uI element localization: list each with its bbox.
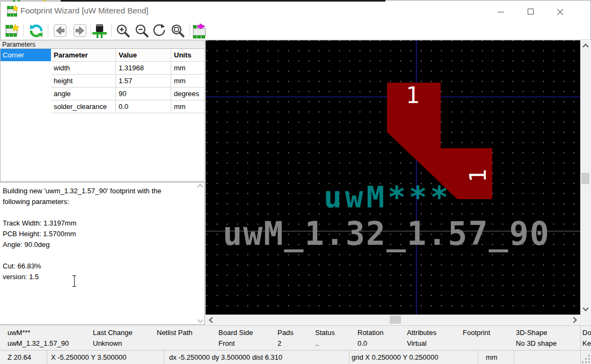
- footprint-status-bar: uwM***uwM_1.32_1.57_90 Last ChangeUnknow…: [0, 325, 591, 350]
- pad-number-2: 1: [467, 169, 490, 182]
- message-line: PCB Height: 1.5700mm: [3, 229, 76, 239]
- scroll-up-icon[interactable]: [198, 185, 202, 189]
- new-footprint-wizard-icon: [5, 24, 19, 38]
- zoom-out-button[interactable]: [134, 23, 150, 39]
- footprint-wizard-window: Footprint Wizard [uW Mitered Bend]: [0, 0, 591, 364]
- zoom-level: Z 20.64: [8, 353, 31, 361]
- parameters-caption: Parameters: [0, 40, 205, 49]
- previous-parameters-page-button[interactable]: [52, 23, 68, 39]
- scroll-right-icon[interactable]: [568, 315, 579, 325]
- scroll-left-icon[interactable]: [207, 315, 217, 325]
- scrollbar-corner: [580, 315, 591, 325]
- param-value[interactable]: 0.0: [116, 100, 171, 113]
- minimize-icon: [498, 12, 504, 12]
- redraw-view-button[interactable]: [151, 23, 167, 39]
- zoom-fit-button[interactable]: [170, 23, 186, 39]
- table-row: width 1.31968 mm: [51, 62, 204, 75]
- table-row: angle 90 degrees: [51, 88, 204, 100]
- pad-settings-button[interactable]: [91, 23, 107, 39]
- regenerate-footprint-button[interactable]: [28, 23, 44, 39]
- maximize-icon: [528, 9, 534, 14]
- param-value[interactable]: 90: [116, 88, 171, 100]
- param-units: mm: [171, 62, 204, 75]
- relative-position: dx -5.250000 dy 3.500000 dist 6.310: [169, 353, 282, 361]
- zoom-in-icon: [115, 23, 130, 38]
- message-line: Track Width: 1.3197mm: [3, 218, 77, 229]
- footprint-reference: uwM***: [324, 182, 451, 212]
- param-units: mm: [171, 100, 204, 113]
- next-parameters-page-button[interactable]: [72, 23, 88, 39]
- header-parameter: Parameter: [51, 49, 116, 62]
- param-name: height: [51, 75, 116, 88]
- text-cursor: [71, 275, 77, 287]
- mitered-bend-pad: [206, 40, 580, 315]
- window-title: Footprint Wizard [uW Mitered Bend]: [20, 6, 148, 15]
- canvas-horizontal-scrollbar[interactable]: [206, 315, 580, 325]
- message-line: following parameters:: [3, 196, 69, 207]
- header-units: Units: [171, 49, 204, 62]
- scroll-up-icon[interactable]: [580, 41, 591, 52]
- param-name: angle: [51, 88, 116, 100]
- zoom-fit-icon: [170, 23, 185, 38]
- message-line: Angle: 90.0deg: [3, 239, 49, 250]
- message-panel: Building new 'uwm_1.32_1.57_90' footprin…: [0, 182, 205, 325]
- parameter-pages-list: Corner: [0, 49, 51, 181]
- zoom-in-button[interactable]: [115, 23, 131, 39]
- table-header-row: Parameter Value Units: [51, 49, 204, 62]
- footprint-canvas[interactable]: 1 1 uwM*** uwM_1.32_1.57_90: [206, 40, 580, 315]
- scroll-down-icon[interactable]: [198, 318, 202, 322]
- table-row: height 1.57 mm: [51, 75, 204, 88]
- export-footprint-icon: [192, 23, 208, 39]
- param-units: mm: [171, 75, 204, 88]
- pad-number-1: 1: [406, 84, 419, 107]
- units-indicator: mm: [486, 353, 498, 361]
- zoom-out-icon: [134, 23, 149, 38]
- toolbar: [1, 21, 590, 40]
- export-footprint-button[interactable]: [192, 23, 208, 39]
- param-name: width: [51, 62, 116, 75]
- redraw-icon: [152, 23, 167, 38]
- pad-settings-icon: [92, 23, 107, 39]
- message-line: Building new 'uwm_1.32_1.57_90' footprin…: [3, 186, 162, 196]
- canvas-vertical-scrollbar[interactable]: [580, 40, 591, 315]
- vertical-scroll-thumb[interactable]: [581, 173, 589, 184]
- page-prev-icon: [53, 23, 68, 38]
- parameters-table: Parameter Value Units width 1.31968 mm h…: [51, 49, 205, 181]
- horizontal-scroll-thumb[interactable]: [390, 316, 401, 324]
- param-name: solder_clearance: [51, 100, 116, 113]
- message-line: version: 1.5: [3, 272, 39, 282]
- param-value[interactable]: 1.57: [116, 75, 171, 88]
- footprint-value: uwM_1.32_1.57_90: [223, 217, 550, 250]
- param-value[interactable]: 1.31968: [116, 62, 171, 75]
- param-units: degrees: [171, 88, 204, 100]
- message-line: Cut: 66.83%: [3, 261, 41, 272]
- cursor-position: X -5.250000 Y 3.500000: [51, 353, 126, 361]
- table-row: solder_clearance 0.0 mm: [51, 100, 204, 113]
- page-next-icon: [72, 23, 87, 38]
- title-bar[interactable]: Footprint Wizard [uW Mitered Bend]: [1, 2, 590, 21]
- minimize-button[interactable]: [488, 2, 513, 21]
- page-item-corner[interactable]: Corner: [1, 49, 51, 61]
- new-footprint-wizard-button[interactable]: [4, 23, 20, 39]
- close-button[interactable]: [548, 2, 572, 21]
- coordinate-bar: Z 20.64 X -5.250000 Y 3.500000 dx -5.250…: [0, 350, 591, 364]
- scroll-down-icon[interactable]: [580, 303, 591, 314]
- resize-grip[interactable]: [582, 355, 590, 363]
- regenerate-icon: [28, 23, 44, 39]
- maximize-button[interactable]: [518, 2, 543, 21]
- grid-setting: grid X 0.250000 Y 0.250000: [352, 353, 438, 361]
- app-icon: [6, 4, 19, 20]
- header-value: Value: [116, 49, 171, 62]
